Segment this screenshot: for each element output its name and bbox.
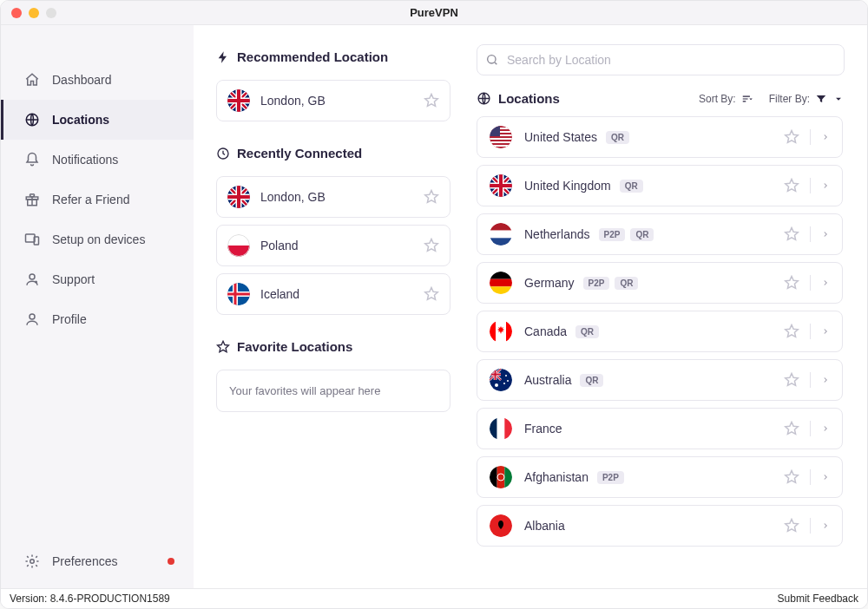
svg-point-49 xyxy=(507,380,509,382)
country-tags: P2P xyxy=(597,471,624,484)
search-input[interactable] xyxy=(477,44,845,75)
sort-filter-controls: Sort By: Filter By: xyxy=(699,93,845,105)
sidebar-item-profile[interactable]: Profile xyxy=(1,299,194,339)
chevron-right-icon[interactable] xyxy=(821,521,830,530)
row-actions xyxy=(784,226,830,242)
location-card[interactable]: London, GB xyxy=(216,176,450,218)
location-card[interactable]: London, GB xyxy=(216,80,450,121)
chevron-right-icon[interactable] xyxy=(821,181,830,190)
svg-point-48 xyxy=(505,375,507,377)
sort-button[interactable]: Sort By: xyxy=(699,93,753,105)
flag-icon xyxy=(490,466,512,488)
country-row[interactable]: Germany P2PQR xyxy=(477,262,843,304)
country-row[interactable]: Canada QR xyxy=(477,311,843,352)
favorite-button[interactable] xyxy=(784,129,799,145)
country-row[interactable]: United Kingdom QR xyxy=(477,165,843,206)
favorite-button[interactable] xyxy=(784,324,799,339)
locations-header: Locations Sort By: Filter By: xyxy=(477,91,845,106)
country-name: United States xyxy=(524,130,597,144)
country-row[interactable]: Afghanistan P2P xyxy=(477,456,843,498)
user-icon xyxy=(24,311,40,327)
svg-rect-44 xyxy=(506,320,512,343)
maximize-window-button[interactable] xyxy=(46,8,56,18)
sort-icon xyxy=(741,93,753,105)
favorite-button[interactable] xyxy=(424,286,439,302)
sidebar-item-label: Profile xyxy=(52,312,87,326)
row-actions xyxy=(784,129,830,145)
chevron-right-icon[interactable] xyxy=(821,327,830,336)
country-tags: QR xyxy=(575,325,599,338)
sidebar-item-preferences[interactable]: Preferences xyxy=(1,541,194,581)
svg-rect-58 xyxy=(497,466,505,488)
statusbar: Version: 8.4.6-PRODUCTION1589 Submit Fee… xyxy=(1,588,867,608)
chevron-right-icon[interactable] xyxy=(821,133,830,141)
favorite-button[interactable] xyxy=(784,178,799,193)
submit-feedback-link[interactable]: Submit Feedback xyxy=(778,593,858,605)
globe-icon xyxy=(24,112,40,128)
svg-rect-34 xyxy=(490,223,512,231)
sidebar-item-support[interactable]: Support xyxy=(1,259,194,299)
close-window-button[interactable] xyxy=(11,8,22,18)
favorite-button[interactable] xyxy=(784,226,799,242)
favorite-button[interactable] xyxy=(424,93,439,108)
favorite-button[interactable] xyxy=(784,469,799,485)
filter-button[interactable]: Filter By: xyxy=(769,93,845,105)
favorite-button[interactable] xyxy=(424,238,439,253)
location-name: London, GB xyxy=(260,190,424,204)
favorite-button[interactable] xyxy=(784,421,799,436)
tag-qr: QR xyxy=(575,325,599,338)
search-icon xyxy=(485,53,499,67)
sidebar-item-locations[interactable]: Locations xyxy=(1,100,194,140)
favorite-button[interactable] xyxy=(424,189,439,205)
sidebar: DashboardLocationsNotificationsRefer a F… xyxy=(1,25,194,588)
location-card[interactable]: Poland xyxy=(216,225,450,266)
svg-rect-15 xyxy=(227,234,250,246)
country-row[interactable]: Albania xyxy=(477,505,843,547)
country-tags: P2PQR xyxy=(599,228,654,241)
country-row[interactable]: Australia QR xyxy=(477,359,843,401)
country-row[interactable]: France xyxy=(477,408,843,449)
sidebar-item-refer[interactable]: Refer a Friend xyxy=(1,180,194,219)
divider xyxy=(810,372,811,388)
country-tags: QR xyxy=(580,374,603,387)
section-title-text: Recommended Location xyxy=(237,49,388,64)
chevron-right-icon[interactable] xyxy=(821,424,830,433)
sidebar-item-label: Support xyxy=(52,272,95,286)
favorite-button[interactable] xyxy=(784,275,799,291)
sidebar-item-notifications[interactable]: Notifications xyxy=(1,140,194,180)
flag-icon xyxy=(490,369,512,391)
favorite-button[interactable] xyxy=(784,518,799,534)
country-name: Netherlands xyxy=(524,227,590,241)
chevron-right-icon[interactable] xyxy=(821,376,830,384)
location-card[interactable]: Iceland xyxy=(216,273,450,315)
divider xyxy=(810,421,811,436)
svg-rect-39 xyxy=(490,279,512,287)
chevron-right-icon[interactable] xyxy=(821,473,830,481)
divider xyxy=(810,178,811,193)
support-icon xyxy=(24,272,40,287)
row-actions xyxy=(784,372,830,388)
svg-point-50 xyxy=(503,383,505,384)
flag-icon xyxy=(490,126,512,148)
sidebar-item-setup[interactable]: Setup on devices xyxy=(1,219,194,259)
tag-qr: QR xyxy=(620,180,643,193)
chevron-right-icon[interactable] xyxy=(821,230,830,239)
clock-icon xyxy=(216,147,230,160)
country-row[interactable]: Netherlands P2PQR xyxy=(477,213,843,255)
empty-text: Your favorites will appear here xyxy=(229,384,380,397)
sidebar-item-dashboard[interactable]: Dashboard xyxy=(1,60,194,100)
tag-qr: QR xyxy=(615,277,638,290)
svg-rect-57 xyxy=(490,466,497,488)
divider xyxy=(810,226,811,242)
divider xyxy=(810,469,811,485)
flag-icon xyxy=(490,514,512,537)
favorite-button[interactable] xyxy=(784,372,799,388)
country-name: Australia xyxy=(524,373,571,387)
minimize-window-button[interactable] xyxy=(29,8,39,18)
svg-rect-35 xyxy=(490,231,512,239)
section-title-text: Favorite Locations xyxy=(237,339,352,354)
chevron-right-icon[interactable] xyxy=(821,278,830,287)
row-actions xyxy=(784,178,830,193)
location-name: London, GB xyxy=(260,94,424,108)
country-row[interactable]: United States QR xyxy=(477,116,843,158)
